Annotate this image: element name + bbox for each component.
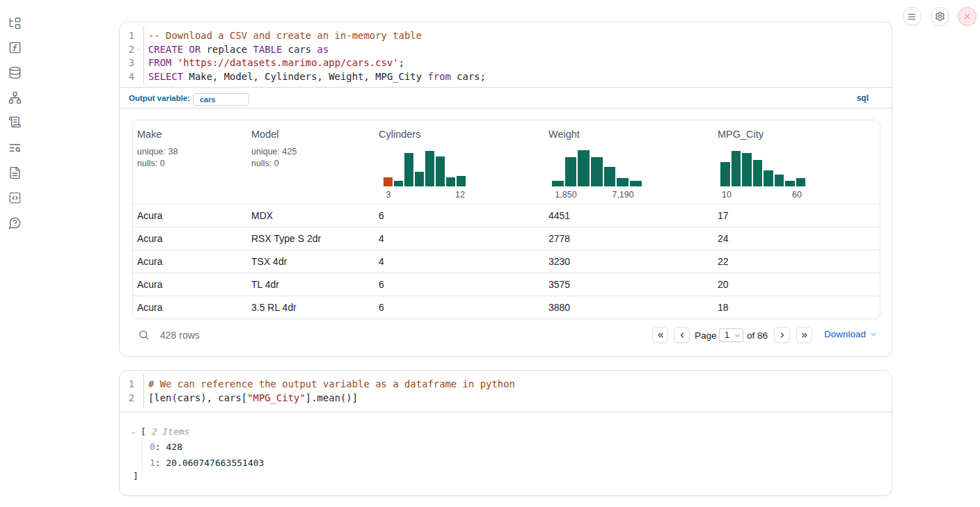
output-variable-row: Output variable: sql [120, 87, 892, 108]
tree-collapse-icon[interactable] [130, 428, 136, 439]
python-editor[interactable]: 1# We can reference the output variable … [120, 371, 892, 405]
histogram-bar [415, 172, 424, 186]
histogram-bar [742, 153, 752, 186]
table-cell: 6 [374, 296, 544, 318]
chevrons-left-icon [656, 331, 665, 339]
tree-entry: 1: 20.060747663551403 [150, 458, 264, 469]
marimo-app: 1-- Download a CSV and create an in-memo… [0, 0, 980, 507]
page-select[interactable]: 1 [719, 328, 743, 342]
table-cell: Acura [133, 250, 247, 273]
histogram-bar [446, 177, 455, 186]
column-histogram [720, 151, 805, 186]
sidebar-dependency-graph-button[interactable] [8, 90, 22, 104]
prev-page-button[interactable] [674, 327, 690, 343]
histogram-min-label: 1,850 [555, 190, 576, 200]
file-text-icon [8, 166, 22, 179]
search-icon [138, 329, 150, 341]
column-header-mpg_city[interactable]: MPG_City1060 [713, 120, 880, 204]
hamburger-icon [907, 12, 917, 22]
table-cell: 3230 [544, 250, 713, 273]
tree-items-count: 2 Items [146, 426, 190, 437]
help-bubble-icon [8, 216, 22, 230]
shutdown-button[interactable] [958, 7, 977, 26]
language-badge: sql [857, 93, 869, 103]
sidebar-help-button[interactable] [8, 216, 22, 230]
code-line: 4SELECT Make, Model, Cylinders, Weight, … [120, 70, 892, 84]
histogram-bar [753, 160, 763, 186]
table-body: AcuraMDX6445117AcuraRSX Type S 2dr427782… [133, 204, 880, 318]
output-variable-input[interactable] [193, 93, 249, 106]
settings-button[interactable] [931, 7, 949, 26]
sidebar-file-explorer-button[interactable] [8, 16, 22, 30]
output-tree: [ 2 Items0: 4281: 20.060747663551403] [120, 412, 892, 495]
next-page-button[interactable] [774, 327, 790, 343]
table-cell: 20 [713, 273, 880, 296]
histogram-bar [764, 170, 773, 186]
histogram-max-label: 7,190 [612, 190, 633, 200]
histogram-bar [552, 181, 564, 186]
fold-chevron-icon[interactable] [134, 43, 143, 57]
histogram-bar [394, 181, 403, 186]
stat-nulls: nulls: 0 [137, 158, 243, 170]
function-square-icon [8, 41, 22, 54]
close-icon [963, 12, 972, 21]
column-header-make[interactable]: Makeunique: 38nulls: 0 [133, 120, 247, 204]
tree-key: 1 [150, 458, 155, 468]
column-header-weight[interactable]: Weight1,8507,190 [544, 120, 713, 204]
column-name: Make [137, 129, 243, 140]
histogram-min-label: 10 [722, 190, 732, 200]
line-number: 1 [120, 29, 134, 43]
histogram-max-label: 60 [792, 190, 802, 200]
histogram-bar [457, 176, 466, 186]
column-header-model[interactable]: Modelunique: 425nulls: 0 [247, 120, 374, 204]
table-row[interactable]: AcuraMDX6445117 [133, 204, 880, 227]
line-number: 4 [120, 70, 134, 84]
file-tree-icon [8, 17, 22, 30]
tree-key: 0 [150, 442, 155, 452]
line-number: 2 [120, 392, 134, 405]
row-count: 428 rows [160, 330, 200, 341]
column-name: MPG_City [718, 129, 876, 140]
table-cell: 22 [713, 250, 880, 273]
last-page-button[interactable] [796, 327, 812, 343]
download-button[interactable]: Download [824, 329, 877, 339]
table-cell: TL 4dr [247, 273, 374, 296]
first-page-button[interactable] [652, 327, 668, 343]
table-row[interactable]: AcuraTL 4dr6357520 [133, 273, 880, 296]
sidebar-documentation-button[interactable] [8, 166, 22, 179]
tree-bracket-close: ] [133, 471, 139, 482]
sidebar-scratchpad-button[interactable] [8, 115, 22, 129]
sidebar-logs-button[interactable] [8, 140, 22, 154]
code-text: FROM 'https://datasets.marimo.app/cars.c… [143, 56, 892, 70]
stat-nulls: nulls: 0 [251, 158, 370, 170]
table-row[interactable]: Acura3.5 RL 4dr6388018 [133, 296, 880, 318]
tree-value: : 20.060747663551403 [155, 458, 264, 468]
menu-button[interactable] [903, 7, 922, 26]
text-search-icon [8, 141, 22, 154]
table-cell: 4 [374, 250, 544, 273]
column-header-cylinders[interactable]: Cylinders312 [374, 120, 544, 204]
fold-gutter [134, 29, 143, 43]
histogram-bar [404, 153, 413, 186]
python-cell: 1# We can reference the output variable … [119, 370, 892, 496]
table-cell: TSX 4dr [247, 250, 374, 273]
download-label: Download [824, 329, 866, 339]
sql-editor[interactable]: 1-- Download a CSV and create an in-memo… [120, 22, 892, 84]
table-cell: 4 [374, 227, 544, 250]
table-search-button[interactable] [138, 329, 150, 344]
sidebar-functions-button[interactable] [8, 40, 22, 54]
database-icon [8, 66, 22, 79]
histogram-bar [785, 181, 795, 186]
sidebar-snippets-button[interactable] [8, 191, 22, 204]
tree-value: : 428 [155, 442, 182, 452]
fold-gutter [134, 70, 143, 84]
table-cell: Acura [133, 273, 247, 296]
fold-gutter [134, 392, 143, 405]
code-text: -- Download a CSV and create an in-memor… [143, 29, 892, 43]
table-cell: Acura [133, 204, 247, 227]
table-row[interactable]: AcuraTSX 4dr4323022 [133, 250, 880, 273]
table-row[interactable]: AcuraRSX Type S 2dr4277824 [133, 227, 880, 250]
sidebar-datasources-button[interactable] [8, 65, 22, 79]
code-text: # We can reference the output variable a… [143, 378, 892, 392]
table-cell: 4451 [544, 204, 713, 227]
